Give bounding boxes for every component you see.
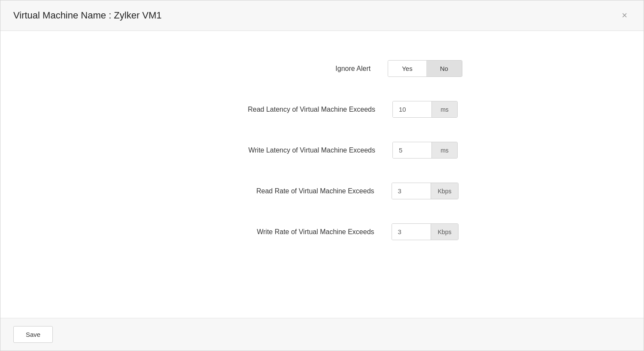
write-rate-row: Write Rate of Virtual Machine Exceeds Kb… [26, 211, 618, 252]
write-latency-input-group: ms [392, 142, 458, 159]
write-rate-unit: Kbps [431, 224, 459, 240]
dialog-header: Virtual Machine Name : Zylker VM1 × [0, 0, 644, 31]
write-rate-control: Kbps [392, 223, 459, 240]
ignore-alert-label: Ignore Alert [182, 65, 388, 73]
yes-button[interactable]: Yes [388, 61, 426, 76]
read-latency-row: Read Latency of Virtual Machine Exceeds … [26, 89, 618, 130]
write-rate-input-group: Kbps [392, 223, 459, 240]
dialog-container: Virtual Machine Name : Zylker VM1 × Igno… [0, 0, 644, 351]
write-rate-label: Write Rate of Virtual Machine Exceeds [185, 228, 392, 236]
save-button[interactable]: Save [13, 326, 53, 343]
read-latency-control: ms [392, 101, 458, 118]
write-latency-row: Write Latency of Virtual Machine Exceeds… [26, 130, 618, 171]
dialog-body: Ignore Alert Yes No Read Latency of Virt… [0, 31, 644, 318]
read-latency-unit: ms [431, 101, 457, 117]
write-latency-control: ms [392, 142, 458, 159]
write-latency-label: Write Latency of Virtual Machine Exceeds [186, 147, 392, 154]
dialog-title: Virtual Machine Name : Zylker VM1 [13, 10, 162, 21]
close-button[interactable]: × [618, 9, 631, 22]
read-latency-label: Read Latency of Virtual Machine Exceeds [186, 106, 392, 113]
read-rate-input-group: Kbps [392, 183, 459, 199]
read-rate-control: Kbps [392, 183, 459, 199]
read-latency-input[interactable] [393, 101, 431, 117]
read-latency-input-group: ms [392, 101, 458, 118]
yes-no-toggle: Yes No [388, 60, 462, 77]
ignore-alert-row: Ignore Alert Yes No [26, 48, 618, 89]
no-button[interactable]: No [426, 61, 462, 76]
write-latency-input[interactable] [393, 142, 431, 158]
read-rate-label: Read Rate of Virtual Machine Exceeds [185, 187, 392, 195]
dialog-footer: Save [0, 318, 644, 351]
ignore-alert-control: Yes No [388, 60, 462, 77]
read-rate-input[interactable] [392, 183, 431, 199]
read-rate-unit: Kbps [431, 183, 459, 199]
read-rate-row: Read Rate of Virtual Machine Exceeds Kbp… [26, 171, 618, 211]
write-latency-unit: ms [431, 142, 457, 158]
write-rate-input[interactable] [392, 224, 431, 240]
